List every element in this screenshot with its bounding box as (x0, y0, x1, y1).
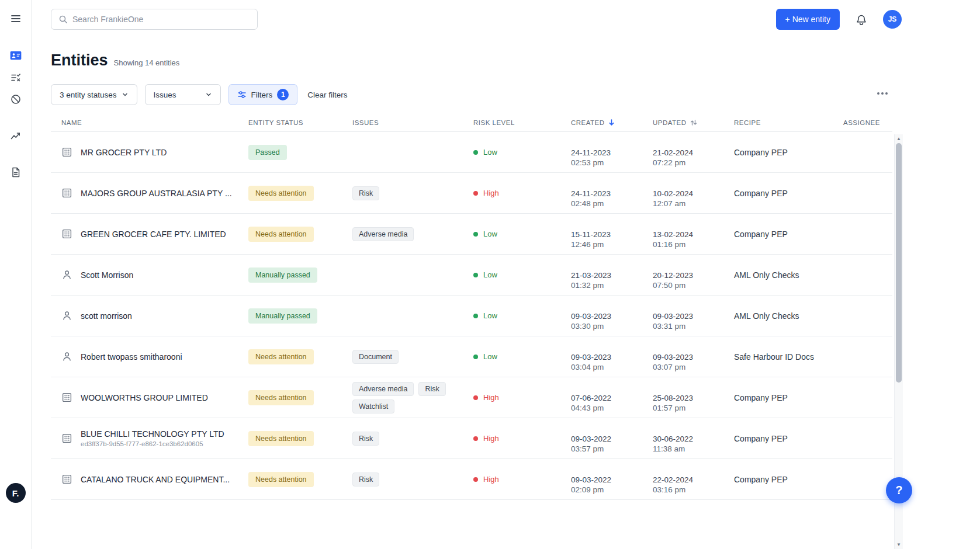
column-header-created[interactable]: CREATED (560, 119, 642, 126)
sidebar-item-checklist[interactable] (5, 67, 26, 88)
status-badge: Manually passed (248, 267, 317, 283)
sort-desc-icon (608, 119, 615, 126)
main-content: Entities Showing 14 entities 3 entity st… (51, 51, 892, 500)
issue-chip: Adverse media (352, 382, 414, 396)
notifications-bell-icon[interactable] (855, 13, 868, 26)
document-icon (10, 166, 22, 178)
table-row[interactable]: scott morrison Manually passed Low 09-03… (51, 296, 892, 336)
issues-filter-select[interactable]: Issues (145, 84, 221, 105)
entity-statuses-filter[interactable]: 3 entity statuses (51, 84, 137, 105)
issues-cell: Adverse media (342, 227, 463, 241)
status-badge: Passed (248, 145, 287, 160)
entity-name[interactable]: GREEN GROCER CAFE PTY. LIMITED (81, 230, 226, 239)
filters-button[interactable]: Filters 1 (228, 84, 298, 105)
sidebar-item-entities[interactable] (5, 45, 26, 66)
table-row[interactable]: BLUE CHILLI TECHNOLOGY PTY LTD ed3ff37b-… (51, 418, 892, 459)
entity-count: Showing 14 entities (114, 58, 180, 67)
sidebar-item-documents[interactable] (5, 162, 26, 183)
recipe-label: Company PEP (723, 434, 833, 443)
created-cell: 21-03-2023 01:32 pm (560, 260, 642, 290)
new-entity-button[interactable]: + New entity (776, 9, 840, 30)
risk-label: High (483, 475, 499, 484)
risk-label: Low (483, 311, 497, 320)
table-row[interactable]: WOOLWORTHS GROUP LIMITED Needs attention… (51, 377, 892, 418)
sidebar-item-analytics[interactable] (5, 125, 26, 146)
hamburger-menu-icon[interactable] (5, 8, 26, 29)
created-cell: 09-03-2023 03:04 pm (560, 342, 642, 372)
risk-dot (473, 273, 478, 277)
created-cell: 24-11-2023 02:53 pm (560, 137, 642, 168)
sliders-icon (237, 90, 247, 99)
issues-cell: Risk (342, 186, 463, 200)
issue-chip: Risk (352, 432, 379, 446)
company-icon (61, 474, 72, 485)
status-badge: Manually passed (248, 308, 317, 324)
clear-filters-button[interactable]: Clear filters (305, 91, 349, 99)
entity-name[interactable]: BLUE CHILLI TECHNOLOGY PTY LTD (81, 429, 224, 439)
entity-name[interactable]: Robert twopass smitharooni (81, 352, 182, 362)
trend-line-icon (10, 130, 22, 141)
search-input[interactable] (72, 15, 250, 24)
column-header-name[interactable]: NAME (51, 119, 238, 126)
table-header: NAME ENTITY STATUS ISSUES RISK LEVEL CRE… (51, 113, 892, 132)
recipe-label: Company PEP (723, 393, 833, 402)
table-row[interactable]: Scott Morrison Manually passed Low 21-03… (51, 255, 892, 296)
column-header-issues[interactable]: ISSUES (342, 119, 463, 126)
updated-cell: 22-02-2024 03:16 pm (642, 464, 723, 495)
table-body: MR GROCER PTY LTD Passed Low 24-11-2023 … (51, 132, 892, 500)
topbar: + New entity JS (32, 0, 980, 39)
table-row[interactable]: GREEN GROCER CAFE PTY. LIMITED Needs att… (51, 214, 892, 255)
entity-name[interactable]: MR GROCER PTY LTD (81, 148, 167, 157)
sidebar-item-blocklist[interactable] (5, 89, 26, 110)
help-button[interactable]: ? (886, 477, 912, 503)
created-cell: 24-11-2023 02:48 pm (560, 178, 642, 209)
entity-name[interactable]: WOOLWORTHS GROUP LIMITED (81, 393, 208, 402)
column-header-entity-status[interactable]: ENTITY STATUS (238, 119, 342, 126)
column-header-recipe[interactable]: RECIPE (723, 119, 833, 126)
column-header-assignee[interactable]: ASSIGNEE (833, 119, 892, 126)
filter-bar: 3 entity statuses Issues Filters 1 Clear… (51, 84, 892, 105)
status-badge: Needs attention (248, 390, 314, 405)
chevron-down-icon (122, 91, 129, 98)
user-avatar[interactable]: JS (883, 10, 902, 29)
entity-name[interactable]: MAJORS GROUP AUSTRALASIA PTY ... (81, 189, 232, 198)
table-row[interactable]: MR GROCER PTY LTD Passed Low 24-11-2023 … (51, 132, 892, 173)
recipe-label: AML Only Checks (723, 270, 833, 280)
updated-cell: 25-08-2023 01:57 pm (642, 383, 723, 413)
entity-name[interactable]: CATALANO TRUCK AND EQUIPMENT... (81, 475, 230, 484)
table-row[interactable]: Robert twopass smitharooni Needs attenti… (51, 336, 892, 377)
updated-cell: 20-12-2023 07:50 pm (642, 260, 723, 290)
chevron-down-icon (205, 91, 212, 98)
filter-count-badge: 1 (277, 89, 289, 100)
issue-chip: Document (352, 350, 399, 364)
updated-cell: 30-06-2022 11:38 am (642, 423, 723, 454)
person-icon (61, 269, 72, 280)
recipe-label: Company PEP (723, 148, 833, 157)
status-badge: Needs attention (248, 431, 314, 446)
status-badge: Needs attention (248, 227, 314, 242)
entity-name[interactable]: Scott Morrison (81, 270, 133, 280)
risk-label: Low (483, 352, 497, 361)
issue-chip: Risk (418, 382, 445, 396)
recipe-label: Company PEP (723, 189, 833, 198)
global-search[interactable] (51, 9, 258, 30)
table-row[interactable]: MAJORS GROUP AUSTRALASIA PTY ... Needs a… (51, 173, 892, 214)
scrollbar-thumb[interactable] (896, 143, 902, 383)
issues-cell: Document (342, 350, 463, 364)
risk-label: Low (483, 270, 497, 279)
more-options-icon[interactable] (874, 89, 891, 98)
column-header-updated[interactable]: UPDATED (642, 119, 723, 126)
created-cell: 09-03-2022 02:09 pm (560, 464, 642, 495)
search-icon (58, 15, 68, 24)
updated-cell: 09-03-2023 03:31 pm (642, 301, 723, 331)
status-badge: Needs attention (248, 186, 314, 201)
scroll-up-arrow-icon[interactable]: ▲ (895, 136, 903, 141)
table-row[interactable]: CATALANO TRUCK AND EQUIPMENT... Needs at… (51, 459, 892, 500)
entity-name[interactable]: scott morrison (81, 311, 132, 321)
recipe-label: Company PEP (723, 475, 833, 484)
scroll-down-arrow-icon[interactable]: ▼ (895, 542, 903, 547)
company-icon (61, 433, 72, 444)
column-header-risk-level[interactable]: RISK LEVEL (463, 119, 560, 126)
company-icon (61, 187, 72, 199)
risk-dot (473, 232, 478, 237)
